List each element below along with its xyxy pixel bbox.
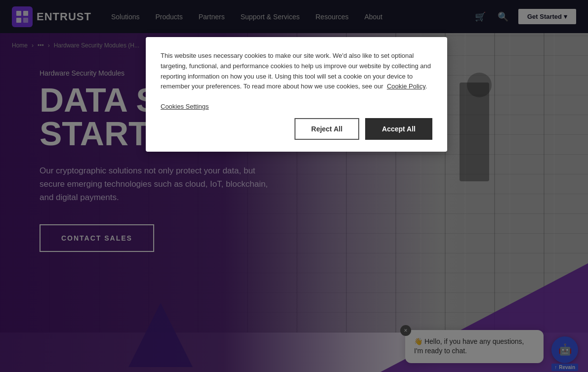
reject-all-button[interactable]: Reject All [294, 118, 359, 140]
cookie-modal: This website uses necessary cookies to m… [146, 37, 447, 152]
cookies-settings-link[interactable]: Cookies Settings [161, 103, 209, 110]
accept-all-button[interactable]: Accept All [365, 118, 432, 140]
cookie-buttons: Reject All Accept All [161, 118, 432, 140]
cookie-policy-link[interactable]: Cookie Policy [387, 83, 425, 90]
cookie-period: . [425, 83, 427, 90]
cookie-body-text: This website uses necessary cookies to m… [161, 51, 432, 92]
